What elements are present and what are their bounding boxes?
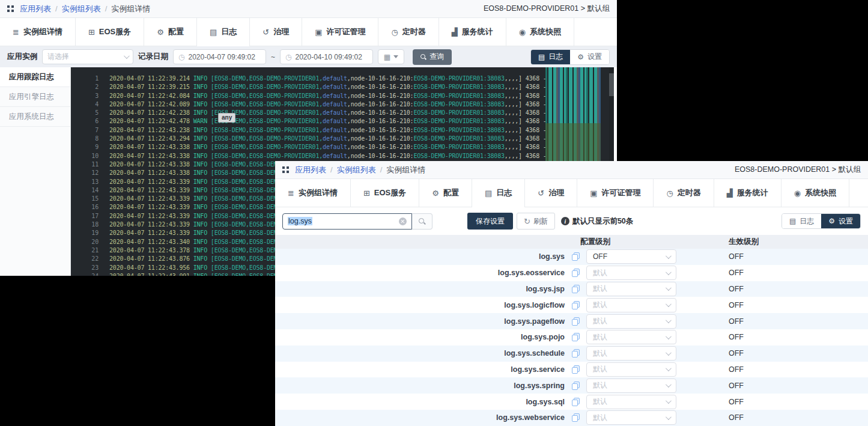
log-endpoint: EOS8-DEMO-PROVIDER01:38083 — [413, 135, 504, 142]
log-view-button[interactable]: ▤ 日志 — [782, 214, 821, 228]
document-icon: ▤ — [789, 217, 796, 225]
apps-grid-icon[interactable] — [7, 5, 14, 12]
log-node: ,node-10-16-16-210: — [347, 153, 414, 159]
tab-config[interactable]: ⚙配置 — [419, 179, 472, 207]
copy-cell — [565, 252, 586, 261]
copy-icon[interactable] — [572, 382, 580, 390]
tab-snapshot[interactable]: ◉系统快照 — [506, 18, 574, 46]
copy-icon[interactable] — [572, 349, 580, 358]
calendar-dropdown-button[interactable]: ▦ — [378, 49, 404, 64]
breadcrumb-separator: / — [330, 165, 333, 174]
tab-eos[interactable]: ⊞EOS服务 — [351, 179, 419, 207]
config-level-select[interactable]: 默认 — [586, 282, 676, 296]
tab-govern[interactable]: ↺治理 — [525, 179, 577, 207]
instance-select[interactable]: 请选择 — [42, 49, 133, 64]
tab-log[interactable]: ▤日志 — [197, 18, 250, 46]
config-level-select[interactable]: OFF — [586, 249, 676, 264]
clear-icon[interactable] — [399, 218, 407, 225]
log-node: ,node-10-16-16-210: — [347, 109, 414, 116]
breadcrumb-item[interactable]: 实例组列表 — [62, 4, 101, 14]
log-timestamp: 2020-04-07 11:22:43.339 — [109, 230, 190, 236]
sidebar-item[interactable]: 应用系统日志 — [0, 107, 70, 127]
table-row: log.sys.pojo默认OFF — [275, 329, 868, 345]
tab-stats[interactable]: ▟服务统计 — [439, 18, 506, 46]
log-level: INFO — [193, 109, 207, 116]
search-button[interactable] — [412, 213, 432, 230]
breadcrumb-separator: / — [55, 4, 58, 13]
tab-license[interactable]: ▣许可证管理 — [302, 18, 378, 46]
copy-icon[interactable] — [572, 317, 580, 326]
window-log-settings: 应用列表/实例组列表/实例组详情 EOS8-DEMO-PROVIDER01 > … — [275, 161, 868, 426]
config-level-select[interactable]: 默认 — [586, 410, 676, 425]
breadcrumb-item[interactable]: 实例组列表 — [337, 165, 376, 175]
tab-timer[interactable]: ◷定时器 — [654, 179, 714, 207]
config-level-select[interactable]: 默认 — [586, 330, 676, 344]
log-view-button[interactable]: ▤ 日志 — [531, 50, 570, 64]
log-level: INFO — [193, 178, 207, 185]
settings-view-button[interactable]: ⚙ 设置 — [821, 214, 860, 228]
tab-detail[interactable]: ≣实例组详情 — [0, 18, 76, 46]
camera-icon: ◉ — [519, 28, 526, 37]
log-text: 2020-04-07 11:22:42.084 INFO [EOS8-DEMO,… — [109, 92, 553, 100]
logger-search: log.sys — [282, 213, 432, 230]
log-timestamp: 2020-04-07 11:22:43.338 — [109, 153, 190, 159]
tab-eos[interactable]: ⊞EOS服务 — [76, 18, 144, 46]
log-text: 2020-04-07 11:22:43.294 INFO [EOS8-DEMO,… — [109, 135, 553, 143]
line-number: 1 — [71, 75, 99, 83]
config-level-header: 配置级别 — [580, 237, 729, 247]
save-settings-button[interactable]: 保存设置 — [467, 213, 513, 230]
copy-icon[interactable] — [572, 285, 580, 293]
config-level-value: 默认 — [593, 348, 607, 359]
tab-config[interactable]: ⚙配置 — [144, 18, 197, 46]
tab-log[interactable]: ▤日志 — [472, 179, 525, 207]
sidebar-item[interactable]: 应用引擎日志 — [0, 87, 70, 107]
effective-level-header: 生效级别 — [729, 237, 759, 247]
config-level-select[interactable]: 默认 — [586, 395, 676, 409]
log-level: INFO — [193, 75, 207, 82]
log-node: ,node-10-16-16-210: — [347, 84, 414, 90]
scrollbar-thumb[interactable] — [609, 73, 614, 96]
log-text: 2020-04-07 11:22:42.238 INFO [EOS8-DEMO,… — [109, 109, 553, 117]
effective-level-value: OFF — [729, 398, 744, 406]
copy-icon[interactable] — [572, 398, 580, 406]
log-node: ,node-10-16-16-210: — [347, 144, 414, 150]
date-from-input[interactable]: ◷ 2020-04-07 09:49:02 — [173, 49, 266, 64]
config-level-cell: 默认 — [586, 379, 676, 393]
line-number: 6 — [71, 117, 99, 126]
log-level: INFO — [193, 230, 207, 236]
copy-icon[interactable] — [572, 413, 580, 422]
date-to-input[interactable]: ◷ 2020-04-10 09:49:02 — [280, 49, 373, 64]
log-timestamp: 2020-04-07 11:22:43.339 — [109, 213, 190, 219]
tab-log-label: 日志 — [496, 187, 512, 198]
sidebar-item[interactable]: 应用跟踪日志 — [0, 67, 70, 87]
copy-icon[interactable] — [572, 365, 580, 374]
query-button[interactable]: 查询 — [413, 49, 452, 65]
apps-grid-icon[interactable] — [282, 166, 289, 173]
line-number: 20 — [71, 238, 99, 246]
copy-icon[interactable] — [572, 301, 580, 309]
tab-govern[interactable]: ↺治理 — [250, 18, 302, 46]
copy-icon[interactable] — [572, 333, 580, 341]
log-level: INFO — [193, 264, 207, 271]
copy-icon[interactable] — [572, 252, 580, 261]
copy-icon[interactable] — [572, 269, 580, 277]
tab-stats[interactable]: ▟服务统计 — [714, 179, 782, 207]
tab-timer[interactable]: ◷定时器 — [378, 18, 439, 46]
breadcrumb-item[interactable]: 应用列表 — [295, 165, 326, 175]
tab-license[interactable]: ▣许可证管理 — [577, 179, 654, 207]
config-level-select[interactable]: 默认 — [586, 266, 676, 280]
config-level-select[interactable]: 默认 — [586, 362, 676, 377]
grid-icon: ⊞ — [363, 189, 370, 198]
tab-snapshot[interactable]: ◉系统快照 — [782, 179, 849, 207]
config-level-select[interactable]: 默认 — [586, 379, 676, 393]
logger-filter-input[interactable]: log.sys — [282, 213, 412, 230]
breadcrumb-item[interactable]: 应用列表 — [20, 4, 51, 14]
config-level-select[interactable]: 默认 — [586, 314, 676, 329]
refresh-button[interactable]: ↻ 刷新 — [517, 213, 555, 230]
log-level: INFO — [193, 204, 207, 210]
clock-icon: ◷ — [666, 189, 673, 198]
settings-view-button[interactable]: ⚙ 设置 — [570, 50, 609, 64]
tab-detail[interactable]: ≣实例组详情 — [275, 179, 351, 207]
config-level-select[interactable]: 默认 — [586, 298, 676, 312]
config-level-select[interactable]: 默认 — [586, 346, 676, 361]
